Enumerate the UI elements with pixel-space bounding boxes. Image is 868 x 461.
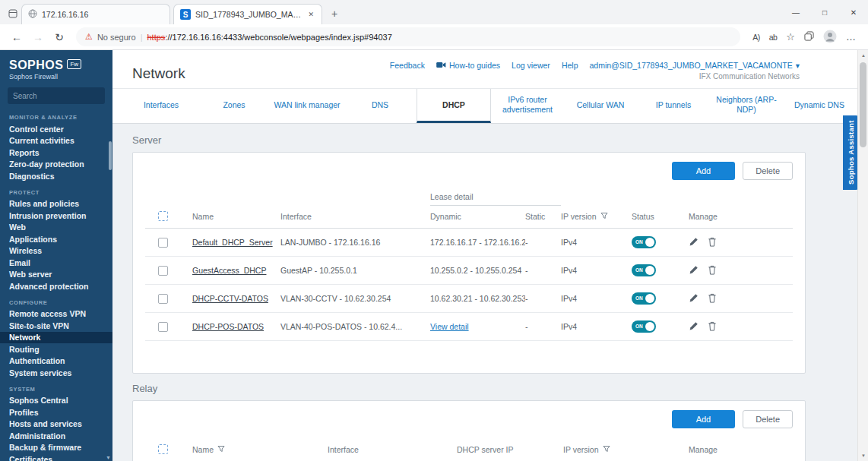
trash-icon[interactable] [708, 237, 717, 248]
sidebar-scrollbar-thumb[interactable] [109, 141, 112, 170]
favorites-star-icon[interactable]: ☆ [786, 31, 795, 43]
add-button[interactable]: Add [672, 410, 736, 428]
sidebar-item-authentication[interactable]: Authentication [0, 355, 112, 368]
status-toggle[interactable]: ON [632, 320, 656, 333]
minimize-button[interactable]: — [781, 0, 810, 24]
delete-button[interactable]: Delete [743, 162, 793, 180]
scroll-up-icon[interactable]: ▲ [858, 53, 868, 58]
sidebar-item-site-to-site-vpn[interactable]: Site-to-site VPN [0, 320, 112, 332]
sidebar-item-remote-access-vpn[interactable]: Remote access VPN [0, 308, 112, 320]
trash-icon[interactable] [708, 321, 717, 333]
sophos-assistant-tab[interactable]: Sophos Assistant [843, 115, 859, 190]
feedback-link[interactable]: Feedback [390, 61, 425, 70]
vertical-scrollbar[interactable]: ▲ ▼ [857, 50, 868, 461]
sidebar-item-web-server[interactable]: Web server [0, 269, 112, 281]
howto-guides-link[interactable]: How-to guides [436, 61, 500, 70]
sidebar-item-zero-day-protection[interactable]: Zero-day protection [0, 159, 112, 171]
select-all-checkbox[interactable] [158, 444, 168, 454]
tab-dns[interactable]: DNS [344, 89, 417, 123]
sidebar-item-reports[interactable]: Reports [0, 147, 112, 159]
browser-menu-icon[interactable]: … [846, 31, 856, 43]
row-checkbox[interactable] [158, 238, 168, 248]
back-button[interactable]: ← [8, 28, 26, 46]
view-detail-link[interactable]: View detail [430, 322, 469, 331]
close-window-button[interactable]: ✕ [839, 0, 868, 24]
sidebar-item-diagnostics[interactable]: Diagnostics [0, 170, 112, 182]
sidebar-item-control-center[interactable]: Control center [0, 123, 112, 135]
edit-icon[interactable] [689, 293, 699, 305]
column-header-static: Static [525, 207, 561, 228]
edit-icon[interactable] [689, 237, 699, 248]
row-checkbox[interactable] [158, 322, 168, 332]
sidebar-item-routing[interactable]: Routing [0, 343, 112, 355]
sidebar-item-advanced-protection[interactable]: Advanced protection [0, 280, 112, 292]
sidebar-item-rules-and-policies[interactable]: Rules and policies [0, 198, 112, 210]
new-tab-button[interactable]: + [325, 5, 344, 23]
read-aloud-icon[interactable]: A) [752, 33, 760, 42]
select-all-checkbox[interactable] [158, 211, 168, 221]
server-section-heading: Server [132, 134, 806, 146]
trash-icon[interactable] [708, 293, 717, 305]
dhcp-name-link[interactable]: GuestAccess_DHCP [192, 266, 266, 275]
address-bar[interactable]: ⚠ No seguro | https://172.16.16.16:4433/… [76, 27, 740, 46]
close-tab-icon[interactable]: ✕ [306, 9, 315, 20]
tab-dhcp[interactable]: DHCP [417, 89, 491, 123]
tab-ip-tunnels[interactable]: IP tunnels [637, 89, 710, 123]
sidebar-item-web[interactable]: Web [0, 222, 112, 234]
maximize-button[interactable]: □ [810, 0, 839, 24]
edit-icon[interactable] [689, 321, 699, 333]
sidebar-item-sophos-central[interactable]: Sophos Central [0, 395, 112, 407]
edit-icon[interactable] [689, 265, 699, 276]
sidebar-item-certificates[interactable]: Certificates [0, 453, 112, 461]
sidebar-search[interactable] [8, 87, 105, 104]
dhcp-name-link[interactable]: DHCP-CCTV-DATOS [192, 294, 268, 303]
browser-tab-2-active[interactable]: S SID_1778943_JUMBO_MARKET_V ✕ [173, 4, 322, 24]
scroll-down-icon[interactable]: ▼ [858, 453, 868, 458]
account-dropdown[interactable]: admin@SID_1778943_JUMBO_MARKET_VACAMONTE… [589, 61, 800, 70]
forward-button[interactable]: → [29, 28, 47, 46]
sidebar-scroll-down-icon[interactable]: ▼ [106, 455, 111, 460]
filter-icon[interactable] [603, 445, 610, 454]
sidebar-item-intrusion-prevention[interactable]: Intrusion prevention [0, 210, 112, 222]
row-checkbox[interactable] [158, 294, 168, 304]
sidebar-item-hosts-and-services[interactable]: Hosts and services [0, 418, 112, 431]
dynamic-lease-cell: 10.255.0.2 - 10.255.0.254 [430, 266, 525, 275]
sidebar-item-current-activities[interactable]: Current activities [0, 135, 112, 147]
profile-avatar[interactable] [823, 30, 837, 45]
status-toggle[interactable]: ON [632, 292, 656, 305]
filter-icon[interactable] [600, 212, 608, 221]
delete-button[interactable]: Delete [743, 410, 793, 428]
sidebar-item-wireless[interactable]: Wireless [0, 245, 112, 257]
sidebar-item-email[interactable]: Email [0, 257, 112, 269]
add-button[interactable]: Add [672, 162, 736, 180]
status-toggle[interactable]: ON [632, 264, 656, 276]
status-toggle[interactable]: ON [632, 236, 656, 248]
sidebar-item-administration[interactable]: Administration [0, 430, 112, 442]
tab-actions-icon[interactable] [5, 4, 21, 24]
sidebar-item-backup-firmware[interactable]: Backup & firmware [0, 442, 112, 454]
collections-icon[interactable] [804, 31, 814, 43]
tab-wan-link-manager[interactable]: WAN link manager [271, 89, 344, 123]
tab-zones[interactable]: Zones [198, 89, 271, 123]
tab-interfaces[interactable]: Interfaces [125, 89, 198, 123]
dhcp-name-link[interactable]: Default_DHCP_Server [192, 238, 273, 247]
log-viewer-link[interactable]: Log viewer [512, 61, 550, 70]
refresh-button[interactable]: ↻ [50, 28, 68, 46]
tab-neighbors-arp-ndp[interactable]: Neighbors (ARP-NDP) [710, 89, 783, 123]
dhcp-name-link[interactable]: DHCP-POS-DATOS [192, 322, 264, 331]
scrollbar-thumb[interactable] [860, 62, 866, 147]
sidebar-item-network[interactable]: Network [0, 332, 112, 344]
row-checkbox[interactable] [158, 266, 168, 276]
tab-ipv6-router-advertisement[interactable]: IPv6 router advertisement [491, 89, 564, 123]
help-link[interactable]: Help [562, 61, 578, 70]
tab-cellular-wan[interactable]: Cellular WAN [564, 89, 637, 123]
search-input[interactable] [13, 92, 112, 100]
sidebar-item-profiles[interactable]: Profiles [0, 406, 112, 418]
sidebar-item-system-services[interactable]: System services [0, 367, 112, 379]
filter-icon[interactable] [217, 445, 225, 454]
trash-icon[interactable] [708, 265, 717, 276]
browser-tab-1[interactable]: 172.16.16.16 [21, 4, 170, 24]
sidebar-item-applications[interactable]: Applications [0, 233, 112, 245]
translate-icon[interactable]: ab [769, 33, 778, 42]
security-warning-icon[interactable]: ⚠ [85, 32, 93, 42]
